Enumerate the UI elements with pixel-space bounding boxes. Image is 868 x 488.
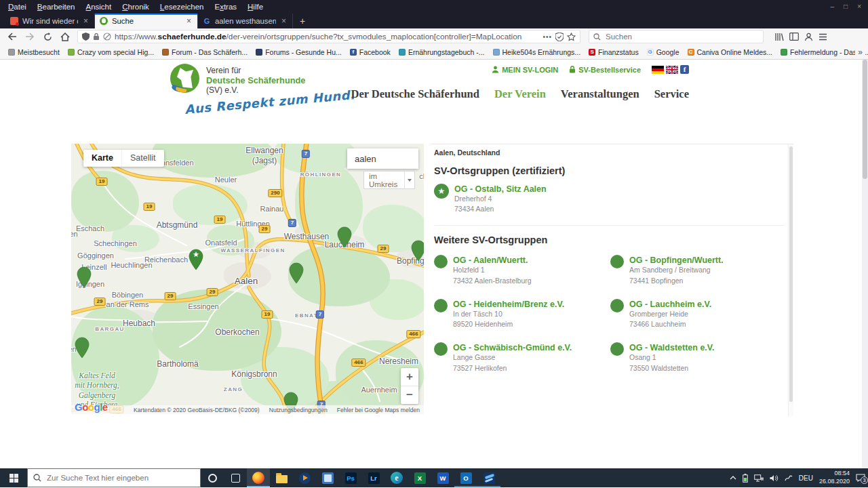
bookmark-heike504s-ern-hrungs[interactable]: Heike504s Ernährungs...	[490, 47, 584, 58]
map-canvas[interactable]: Karte Satellit im Umkreis + − Kartendate…	[71, 144, 424, 414]
map-marker[interactable]	[411, 240, 424, 262]
window-minimize-button[interactable]: –	[831, 0, 835, 14]
radius-select[interactable]: im Umkreis	[363, 171, 415, 189]
taskbar-search[interactable]	[27, 468, 201, 487]
account-icon[interactable]	[804, 33, 813, 41]
map-marker[interactable]	[77, 266, 92, 288]
facebook-icon[interactable]: f	[680, 65, 689, 74]
map-marker[interactable]	[75, 337, 90, 359]
menu-datei[interactable]: Datei	[3, 1, 32, 12]
nav-veranstaltungen[interactable]: Veranstaltungen	[561, 87, 639, 101]
results-scrollb ar-thumb[interactable]	[789, 146, 793, 402]
window-close-button[interactable]: ×	[857, 0, 861, 14]
google-logo[interactable]: Google	[75, 401, 108, 413]
search-input[interactable]	[604, 32, 759, 41]
map-marker-certified[interactable]: ★	[189, 249, 203, 270]
library-icon[interactable]	[774, 33, 784, 41]
menu-ansicht[interactable]: Ansicht	[81, 1, 117, 12]
bookmark-forum-das-sch-ferh[interactable]: Forum - Das Schäferh...	[159, 47, 250, 58]
bookmarks-overflow-chevron[interactable]: »	[855, 45, 865, 60]
bookmark-forums-gesunde-hu[interactable]: Forums - Gesunde Hu...	[253, 47, 344, 58]
og-link[interactable]: OG - Heidenheim/Brenz e.V.	[453, 298, 564, 309]
menu-chronik[interactable]: Chronik	[117, 1, 155, 12]
bookmark-ern-hrungstagebuch[interactable]: Ernährungstagebuch -...	[396, 47, 488, 58]
uk-flag-icon[interactable]	[666, 66, 678, 74]
tray-chevron-up-icon[interactable]	[730, 476, 736, 480]
menu-hamburger-icon[interactable]	[818, 33, 827, 41]
map-type-map-button[interactable]: Karte	[83, 150, 122, 167]
map-search-input[interactable]	[353, 153, 412, 165]
og-link[interactable]: OG - Aalen/Wuertt.	[453, 254, 532, 265]
taskbar-word-button[interactable]: W	[431, 468, 454, 487]
taskbar-excel-button[interactable]: X	[408, 468, 431, 487]
taskbar-mail-app-button[interactable]	[477, 468, 500, 487]
map-report-link[interactable]: Fehler bei Google Maps melden	[337, 407, 420, 413]
menu-hilfe[interactable]: Hilfe	[242, 1, 269, 12]
tab-aalen-westhausen-google-[interactable]: G aalen westhausen - Google Suc ×	[198, 14, 293, 28]
sv-logo[interactable]: Verein für Deutsche Schäferhunde (SV) e.…	[170, 64, 306, 95]
chevron-down-icon[interactable]	[404, 171, 414, 188]
reload-button[interactable]	[39, 30, 56, 43]
protections-shield-icon[interactable]	[555, 33, 564, 41]
menu-lesezeichen[interactable]: Lesezeichen	[155, 1, 210, 12]
og-link[interactable]: OG - Ostalb, Sitz Aalen	[454, 183, 547, 194]
start-button[interactable]	[0, 468, 27, 487]
forward-button[interactable]	[22, 30, 38, 43]
bookmark-caniva-online-meldes[interactable]: CCaniva Online Meldes...	[685, 47, 775, 58]
map-terms-link[interactable]: Nutzungsbedingungen	[269, 407, 328, 413]
tracking-shield-icon[interactable]	[82, 33, 90, 41]
browser-search-bar[interactable]	[589, 30, 764, 43]
zoom-out-button[interactable]: −	[401, 386, 418, 404]
back-button[interactable]	[4, 30, 20, 43]
pen-icon[interactable]	[785, 474, 793, 482]
action-center-icon[interactable]: 3	[856, 474, 865, 482]
home-button[interactable]	[57, 30, 73, 43]
sv-shop-link[interactable]: SV-Bestellservice	[569, 66, 641, 74]
url-text[interactable]: https://www.schaeferhunde.de/der-verein/…	[115, 32, 539, 41]
menu-extras[interactable]: Extras	[209, 1, 242, 12]
og-link[interactable]: OG - Lauchheim e.V.	[629, 298, 711, 309]
german-flag-icon[interactable]	[652, 66, 664, 74]
og-link[interactable]: OG - Schwäbisch-Gmünd e.V.	[453, 342, 572, 352]
taskbar-search-input[interactable]	[45, 473, 195, 483]
taskbar-firefox-button[interactable]	[247, 468, 270, 487]
tab-suche[interactable]: Suche ×	[95, 14, 198, 28]
sidebar-icon[interactable]	[789, 33, 799, 41]
network-icon[interactable]	[754, 474, 764, 482]
language-indicator[interactable]: DEU	[799, 474, 813, 482]
tab-close-icon[interactable]: ×	[82, 16, 90, 26]
taskbar-photos-button[interactable]	[316, 468, 339, 487]
volume-icon[interactable]	[770, 474, 778, 482]
taskbar-outlook-button[interactable]: O	[454, 468, 477, 487]
sv-login-link[interactable]: MEIN SV-LOGIN	[492, 66, 558, 74]
window-maximize-button[interactable]: □	[844, 0, 848, 14]
tab-close-icon[interactable]: ×	[280, 16, 288, 26]
zoom-in-button[interactable]: +	[401, 368, 418, 386]
page-scrollbar-thumb[interactable]	[863, 60, 867, 179]
taskbar-photoshop-button[interactable]: Ps	[339, 468, 362, 487]
tab-wir-sind-wieder-da-seite[interactable]: Wir sind wieder da :) - Seite 8 - ×	[5, 14, 95, 28]
map-type-satellite-button[interactable]: Satellit	[122, 150, 164, 167]
battery-icon[interactable]	[743, 474, 748, 483]
bookmark-crazy-vom-special-hig[interactable]: Crazy vom special Hig...	[65, 47, 157, 58]
bookmark-fehlermeldung-das-l[interactable]: Fehlermeldung - Das L...	[778, 47, 868, 58]
clock[interactable]: 08:54 26.08.2020	[819, 470, 850, 485]
taskbar-media-player-button[interactable]	[293, 468, 316, 487]
taskbar-edge-button[interactable]: e	[385, 468, 408, 487]
bookmark-google[interactable]: GGoogle	[644, 47, 682, 58]
bookmark-star-icon[interactable]	[567, 33, 576, 41]
taskbar-lightroom-button[interactable]: Lr	[362, 468, 385, 487]
taskbar-task-view-button[interactable]	[224, 468, 247, 487]
og-link[interactable]: OG - Bopfingen/Wuertt.	[629, 254, 724, 265]
menu-bearbeiten[interactable]: Bearbeiten	[32, 1, 81, 12]
bookmark-meistbesucht[interactable]: Meistbesucht	[5, 47, 62, 58]
map-marker[interactable]	[337, 226, 352, 248]
page-scrollbar[interactable]	[862, 60, 868, 468]
map-marker[interactable]	[289, 262, 304, 284]
page-actions-icon[interactable]: •••	[542, 33, 552, 41]
permissions-blocked-icon[interactable]	[103, 33, 111, 41]
window-buttons[interactable]: – □ ×	[831, 0, 865, 14]
url-bar[interactable]: https://www.schaeferhunde.de/der-verein/…	[77, 30, 580, 43]
nav-der-verein[interactable]: Der Verein	[494, 87, 546, 101]
nav-service[interactable]: Service	[654, 87, 689, 101]
